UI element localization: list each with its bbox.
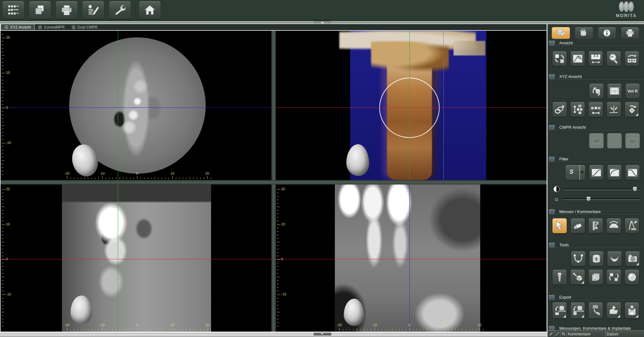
crop-box-button[interactable] [588,269,603,285]
dicom-save-button[interactable]: DICOM [552,302,567,319]
viewport-divider-horizontal[interactable] [1,180,547,185]
image-layers-button[interactable] [29,1,51,19]
ruler-tick [2,174,3,175]
tab-curvedmpr[interactable]: CurvedMPR [35,24,68,30]
rotate-volume-button[interactable] [589,83,604,99]
crosshair-horizontal-red[interactable] [1,259,271,259]
rotate-box-button[interactable] [607,269,621,285]
arch-full-button[interactable] [625,133,640,148]
ruler-tick [81,178,81,179]
ruler-tick [2,298,3,298]
collapse-chevron-icon[interactable] [548,74,555,80]
histogram-button[interactable] [570,51,585,66]
crosshair-horizontal-red[interactable] [276,259,547,259]
bottom-collapse-handle[interactable] [314,333,331,335]
collapse-chevron-icon[interactable] [548,295,555,300]
ruler-tick [165,178,165,179]
clip-cylinder-button[interactable] [589,251,604,266]
arch-section-button[interactable] [607,133,622,148]
crosshair-vertical-green[interactable] [118,31,118,180]
viewport-cross-section-1[interactable]: -20-10-100010102020 [1,185,271,332]
zoom-2x-button[interactable]: x2 [607,51,621,66]
crosshair-vertical-green[interactable] [118,185,118,332]
ruler-tick [67,327,67,331]
mode-volume-edit-button[interactable] [552,27,570,39]
slab-horizontal-button[interactable] [588,102,603,117]
toolbar-collapse-handle[interactable] [314,21,331,23]
ruler-tick [95,178,95,179]
sharpen-filter-button[interactable]: S [565,165,586,180]
tab-xyz-ansicht[interactable]: XYZ Ansicht [1,24,35,30]
collapse-chevron-icon[interactable] [548,125,555,130]
ruler-tick [277,196,279,197]
tab-dual-cmpr[interactable]: Dual CMPR [68,24,101,30]
viewport-3d-volume[interactable] [276,31,547,180]
ruler-tick [127,329,127,331]
slab-vertical-button[interactable] [570,102,585,117]
angle-button[interactable] [607,218,621,233]
viewport-cross-section-2[interactable]: -20-10-100010102020 [276,185,547,332]
mode-volume-tools-button[interactable] [575,27,593,39]
sphere-clip-button[interactable] [625,269,639,285]
sharpen-dropdown-arrow-icon[interactable] [580,165,584,180]
ruler-tick [420,329,420,331]
caliper-button[interactable] [588,218,603,233]
curve-gamma-button[interactable] [607,165,622,180]
viewport-axial[interactable]: -20-10-100010102020 [1,31,271,180]
ruler-tick [179,329,180,331]
crosshair-horizontal-blue[interactable] [1,107,271,108]
move-object-button[interactable] [570,269,585,285]
brightness-slider[interactable] [563,196,641,202]
print-button[interactable] [56,1,77,19]
ruler-tick [2,97,3,98]
home-button[interactable] [139,1,161,19]
contrast-slider-handle[interactable] [633,187,637,191]
actual-size-button[interactable]: 1:1 [588,51,603,66]
ruler-tick [413,329,413,331]
eraser-button[interactable] [570,218,585,233]
arch-curve-button[interactable] [589,133,604,148]
morita-logo: MORITA [611,2,641,19]
collapse-chevron-icon[interactable] [548,156,555,162]
ruler-tick [277,326,279,326]
patient-notes-button[interactable] [83,1,104,19]
link-views-button[interactable] [552,102,567,117]
crosshair-vertical-gray[interactable] [443,31,444,180]
export-folder-button[interactable] [607,302,621,319]
brightness-slider-handle[interactable] [587,197,591,201]
collapse-chevron-icon[interactable] [548,209,555,215]
mode-report-print-button[interactable] [621,27,639,39]
patient-list-button[interactable] [3,1,24,19]
measure-edit-button[interactable] [625,218,639,233]
crosshair-horizontal-red[interactable] [276,107,547,108]
curve-inverse-button[interactable] [625,165,640,180]
settings-button[interactable] [109,1,131,19]
collapse-chevron-icon[interactable] [548,242,555,248]
snapshot-button[interactable] [625,251,640,266]
ruler-tick [193,178,194,179]
batch-export-button[interactable] [588,302,603,319]
volume-bone-arm [454,41,485,55]
mpr-axes-button[interactable] [607,102,621,117]
curve-s-button[interactable] [589,165,604,180]
layout-switch-button[interactable] [552,51,567,66]
contrast-slider[interactable] [563,186,641,192]
movie-button[interactable] [607,83,622,99]
vol-render-button[interactable]: Vol R [625,83,640,99]
collapse-chevron-icon[interactable] [548,40,555,46]
save-disk-button[interactable] [625,302,639,319]
implant-button[interactable] [552,269,567,285]
ruler-tick [346,329,347,331]
ruler-tick [277,203,279,204]
rotate-object-button[interactable] [625,102,639,117]
dicom-send-button[interactable]: DICOM [570,302,585,319]
spline-button[interactable] [571,251,586,266]
mode-info-button[interactable] [598,27,616,39]
ruler-tick [2,66,3,66]
crosshair-vertical-green[interactable] [409,31,410,180]
dual-compare-button[interactable] [625,51,639,66]
ruler-tick [120,328,120,331]
select-cursor-button[interactable] [552,218,567,233]
crosshair-vertical-blue[interactable] [409,185,410,332]
jaw-button[interactable] [607,251,622,266]
